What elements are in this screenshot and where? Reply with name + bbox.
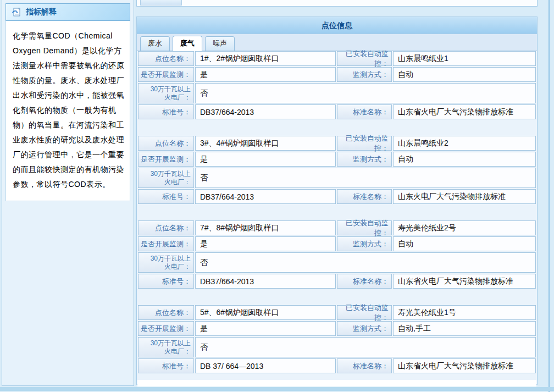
point-info-block: 点位名称： 5#、6#锅炉烟囱取样口 已安装自动监控： 寿光美伦纸业1号 是否开… [138,305,536,373]
sidebar-header: 指标解释 [5,3,130,21]
standard-name-label: 标准名称： [337,189,392,204]
auto-monitor-value: 寿光美伦纸业1号 [393,305,536,320]
point-info-block: 点位名称： 7#、8#锅炉烟囱取样口 已安装自动监控： 寿光美伦纸业2号 是否开… [138,220,536,289]
monitoring-conducted-label: 是否开展监测： [138,236,194,251]
point-name-label: 点位名称： [138,136,194,151]
thermal-plant-label-line2: 火电厂： [164,347,191,356]
thermal-plant-label: 30万千瓦以上 火电厂： [138,252,194,273]
point-name-label: 点位名称： [138,51,194,66]
table-row: 标准号： DB37/664-2013 标准名称： 山东省火电厂大气污染物排放标准 [138,274,536,289]
monitoring-conducted-value: 是 [195,152,336,167]
monitor-method-label: 监测方式： [337,236,392,251]
auto-monitor-label: 已安装自动监控： [337,136,392,151]
standard-name-label: 标准名称： [337,358,392,373]
monitor-method-value: 自动 [393,152,536,167]
table-row: 30万千瓦以上 火电厂： 否 [138,252,536,273]
standard-name-value: 山东火电厂大气污染物排放标准 [393,189,536,204]
thermal-plant-value: 否 [195,252,536,273]
standard-no-value: DB 37/ 664—2013 [195,358,336,373]
table-row: 点位名称： 7#、8#锅炉烟囱取样口 已安装自动监控： 寿光美伦纸业2号 [138,220,536,235]
thermal-plant-label-line2: 火电厂： [164,93,191,102]
panel-title: 点位信息 [137,17,537,34]
thermal-plant-label: 30万千瓦以上 火电厂： [138,168,194,188]
monitor-method-label: 监测方式： [337,67,392,82]
standard-no-label: 标准号： [138,104,194,119]
point-info-block: 点位名称： 3#、4#锅炉烟囱取样口 已安装自动监控： 山东晨鸣纸业2 是否开展… [138,136,536,204]
indicator-explanation-text: 化学需氧量COD（Chemical Oxygen Demand）是以化学方法测量… [5,21,130,201]
standard-no-value: DB37/664-2013 [195,189,336,204]
page-right-border [549,0,550,392]
point-info-panel: 点位信息 废水废气噪声 点位名称： 1#、2#锅炉烟囱取样口 已安装自动监控： … [136,16,538,385]
monitor-method-value: 自动 [393,236,536,251]
sidebar-title: 指标解释 [26,7,57,17]
table-row: 30万千瓦以上 火电厂： 否 [138,337,536,357]
monitor-method-label: 监测方式： [337,321,392,336]
table-row: 点位名称： 3#、4#锅炉烟囱取样口 已安装自动监控： 山东晨鸣纸业2 [138,136,536,151]
table-row: 是否开展监测： 是 监测方式： 自动 [138,236,536,251]
point-info-block: 点位名称： 1#、2#锅炉烟囱取样口 已安装自动监控： 山东晨鸣纸业1 是否开展… [138,51,536,119]
monitor-method-label: 监测方式： [337,152,392,167]
thermal-plant-label: 30万千瓦以上 火电厂： [138,337,194,357]
remnant-tab[interactable] [140,0,182,5]
monitoring-conducted-value: 是 [195,67,336,82]
standard-no-label: 标准号： [138,358,194,373]
standard-name-value: 山东省火电厂大气污染物排放标准 [393,358,536,373]
page-bottom-border [0,387,554,391]
tab-noise[interactable]: 噪声 [205,36,235,51]
point-name-value: 7#、8#锅炉烟囱取样口 [195,220,336,235]
monitor-method-value: 自动 [393,67,536,82]
point-name-label: 点位名称： [138,220,194,235]
tab-wastewater[interactable]: 废水 [140,36,170,51]
standard-name-value: 山东省火电厂大气污染物排放标准 [393,104,536,119]
standard-name-label: 标准名称： [337,104,392,119]
auto-monitor-value: 寿光美伦纸业2号 [393,220,536,235]
thermal-plant-label: 30万千瓦以上 火电厂： [138,83,194,103]
thermal-plant-label-line1: 30万千瓦以上 [151,255,191,263]
standard-no-value: DB37/664-2013 [195,274,336,289]
standard-no-value: DB37/664-2013 [195,104,336,119]
thermal-plant-label-line2: 火电厂： [164,263,191,271]
panel-bottom-strip [137,380,536,387]
table-row: 点位名称： 5#、6#锅炉烟囱取样口 已安装自动监控： 寿光美伦纸业1号 [138,305,536,320]
point-blocks: 点位名称： 1#、2#锅炉烟囱取样口 已安装自动监控： 山东晨鸣纸业1 是否开展… [137,51,537,374]
previous-panel-remnant [136,0,538,7]
standard-no-label: 标准号： [138,274,194,289]
table-row: 点位名称： 1#、2#锅炉烟囱取样口 已安装自动监控： 山东晨鸣纸业1 [138,51,536,66]
monitor-method-value: 自动,手工 [393,321,536,336]
standard-name-value: 山东省火电厂大气污染物排放标准 [393,274,536,289]
auto-monitor-value: 山东晨鸣纸业1 [393,51,536,66]
standard-name-label: 标准名称： [337,274,392,289]
thermal-plant-value: 否 [195,168,536,188]
monitoring-conducted-label: 是否开展监测： [138,67,194,82]
monitoring-conducted-value: 是 [195,321,336,336]
table-row: 是否开展监测： 是 监测方式： 自动 [138,152,536,167]
thermal-plant-label-line1: 30万千瓦以上 [151,85,191,93]
table-row: 标准号： DB37/664-2013 标准名称： 山东省火电厂大气污染物排放标准 [138,104,536,119]
table-row: 是否开展监测： 是 监测方式： 自动,手工 [138,321,536,336]
thermal-plant-label-line2: 火电厂： [164,178,191,186]
table-row: 30万千瓦以上 火电厂： 否 [138,83,536,103]
thermal-plant-label-line1: 30万千瓦以上 [151,339,191,347]
standard-no-label: 标准号： [138,189,194,204]
point-name-value: 5#、6#锅炉烟囱取样口 [195,305,336,320]
table-row: 标准号： DB37/664-2013 标准名称： 山东火电厂大气污染物排放标准 [138,189,536,204]
document-note-icon [12,8,21,16]
point-name-value: 3#、4#锅炉烟囱取样口 [195,136,336,151]
auto-monitor-value: 山东晨鸣纸业2 [393,136,536,151]
thermal-plant-value: 否 [195,83,536,103]
table-row: 是否开展监测： 是 监测方式： 自动 [138,67,536,82]
point-name-value: 1#、2#锅炉烟囱取样口 [195,51,336,66]
auto-monitor-label: 已安装自动监控： [337,305,392,320]
monitoring-conducted-label: 是否开展监测： [138,152,194,167]
thermal-plant-label-line1: 30万千瓦以上 [151,170,191,178]
point-name-label: 点位名称： [138,305,194,320]
auto-monitor-label: 已安装自动监控： [337,220,392,235]
auto-monitor-label: 已安装自动监控： [337,51,392,66]
tab-strip: 废水废气噪声 [137,34,537,51]
tab-waste-gas[interactable]: 废气 [173,36,202,51]
table-row: 30万千瓦以上 火电厂： 否 [138,168,536,188]
monitoring-conducted-label: 是否开展监测： [138,321,194,336]
monitoring-conducted-value: 是 [195,236,336,251]
thermal-plant-value: 否 [195,337,536,357]
sidebar: 指标解释 化学需氧量COD（Chemical Oxygen Demand）是以化… [2,0,134,386]
